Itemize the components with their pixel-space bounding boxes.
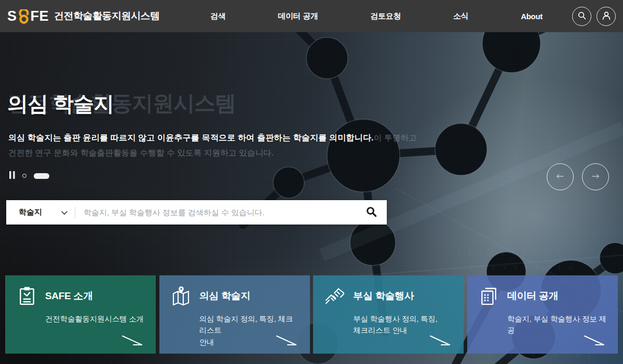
card-header: 데이터 공개 [479, 286, 606, 306]
safe-homepage: S FE 건전학술활동지원시스템 검색 데이터 공개 검토요청 소식 About [0, 0, 623, 364]
logo-letters-fe: FE [31, 9, 49, 23]
carousel-pause-button[interactable] [9, 171, 15, 180]
carousel-next-button[interactable] [582, 163, 609, 190]
diagonal-arrow-icon [275, 334, 299, 347]
nav-item-search[interactable]: 검색 [210, 11, 225, 21]
nav-item-news[interactable]: 소식 [453, 11, 468, 21]
svg-text:1 0 1 1 0 0 1 0 1 0: 1 0 1 1 0 0 1 0 1 0 [470, 264, 575, 271]
arrow-right-icon [588, 169, 603, 186]
quick-link-cards: SAFE 소개 건전학술활동지원시스템 소개 [0, 275, 623, 354]
card-poor-conference[interactable]: 부실 학술행사 부실 학술행사 정의, 특징, 체크리스트 안내 [313, 275, 464, 354]
card-title: SAFE 소개 [45, 289, 93, 303]
hero-banner: 0 1 0 0 1 1 0 1 0 1 1 0 1 1 0 0 1 0 1 0 … [0, 32, 623, 364]
search-category-select[interactable]: 학술지 [6, 207, 75, 217]
carousel-controls [9, 171, 49, 180]
svg-text:0 1 0 0 1 1 0 1 0 1: 0 1 0 0 1 1 0 1 0 1 [457, 250, 562, 256]
card-header: 의심 학술지 [171, 286, 299, 306]
map-pin-icon [171, 286, 192, 306]
card-header: 부실 학술행사 [324, 286, 452, 306]
search-input[interactable] [75, 208, 365, 217]
card-description: 건전학술활동지원시스템 소개 [45, 313, 144, 325]
carousel-arrows [547, 163, 609, 190]
clipboard-check-icon [17, 286, 37, 306]
main-nav: 검색 데이터 공개 검토요청 소식 About [210, 0, 543, 32]
brand-logo[interactable]: S FE 건전학술활동지원시스템 [7, 9, 160, 24]
nav-search-button[interactable] [572, 7, 591, 26]
card-title: 부실 학술행사 [353, 289, 414, 303]
card-suspicious-journal[interactable]: 의심 학술지 의심 학술지 정의, 특징, 체크리스트 안내 [159, 275, 310, 354]
card-data-open[interactable]: 데이터 공개 학술지, 부실 학술행사 정보 제공 [467, 275, 618, 354]
search-category-value: 학술지 [19, 207, 42, 217]
nav-item-data-open[interactable]: 데이터 공개 [278, 11, 318, 21]
arrow-left-icon [552, 169, 568, 186]
nav-item-review-request[interactable]: 검토요청 [370, 11, 401, 21]
hero-search-bar: 학술지 [6, 200, 387, 225]
diagonal-arrow-icon [120, 334, 144, 347]
handshake-icon [324, 286, 345, 306]
carousel-prev-button[interactable] [547, 163, 574, 190]
hero-description: 의심 학술지는 출판 윤리를 따르지 않고 이윤추구를 목적으로 하여 출판하는… [8, 133, 417, 144]
hero-ghost-description-tail: 이 투명하고 [374, 133, 417, 142]
site-name: 건전학술활동지원시스템 [54, 9, 160, 23]
nav-item-about[interactable]: About [521, 12, 543, 21]
card-description: 학술지, 부실 학술행사 정보 제공 [507, 313, 606, 337]
search-submit-button[interactable] [365, 206, 387, 219]
carousel-dot-inactive[interactable] [22, 174, 26, 178]
card-description: 부실 학술행사 정의, 특징, 체크리스트 안내 [353, 313, 452, 337]
diagonal-arrow-icon [428, 334, 452, 347]
chevron-down-icon [61, 208, 67, 217]
documents-icon [479, 286, 499, 306]
top-navbar: S FE 건전학술활동지원시스템 검색 데이터 공개 검토요청 소식 About [0, 0, 623, 32]
carousel-dot-active[interactable] [34, 173, 49, 179]
pause-icon [9, 171, 15, 180]
card-title: 의심 학술지 [199, 289, 250, 303]
hero-title: 의심 학술지 [7, 90, 114, 118]
hero-ghost-description-line2: 건전한 연구 문화와 학술출판활동을 수행할 수 있도록 지원하고 있습니다. [8, 148, 274, 159]
open-lock-icon [18, 9, 30, 24]
search-icon [365, 206, 377, 219]
search-icon [576, 10, 588, 23]
card-title: 데이터 공개 [507, 289, 558, 303]
user-icon [601, 10, 612, 23]
nav-icon-buttons [572, 0, 616, 32]
logo-letter-s: S [7, 9, 17, 23]
card-safe-intro[interactable]: SAFE 소개 건전학술활동지원시스템 소개 [5, 275, 156, 354]
diagonal-arrow-icon [583, 334, 606, 347]
hero-description-text: 의심 학술지는 출판 윤리를 따르지 않고 이윤추구를 목적으로 하여 출판하는… [8, 133, 374, 142]
card-header: SAFE 소개 [17, 286, 144, 306]
nav-user-button[interactable] [597, 7, 616, 26]
